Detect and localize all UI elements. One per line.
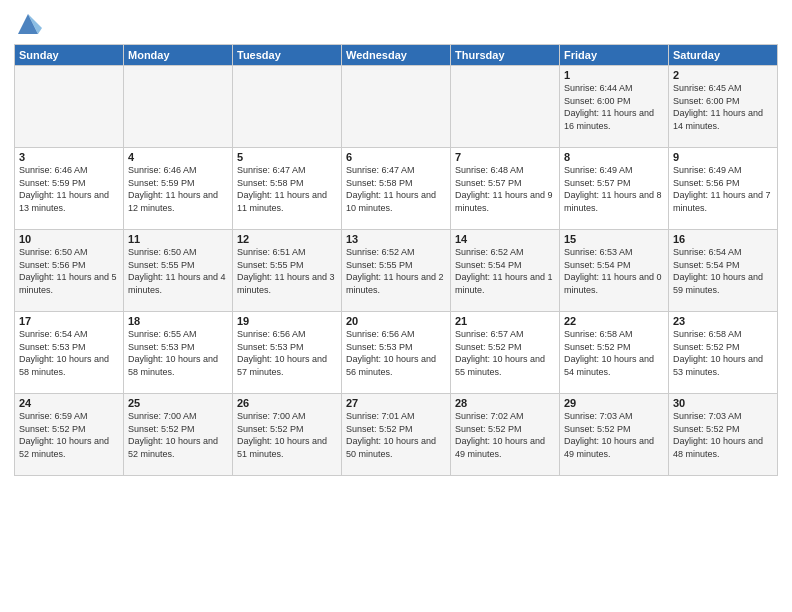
calendar-cell: 22Sunrise: 6:58 AM Sunset: 5:52 PM Dayli… [560, 312, 669, 394]
day-number: 19 [237, 315, 337, 327]
calendar-table: SundayMondayTuesdayWednesdayThursdayFrid… [14, 44, 778, 476]
day-number: 21 [455, 315, 555, 327]
calendar-week-4: 17Sunrise: 6:54 AM Sunset: 5:53 PM Dayli… [15, 312, 778, 394]
logo [14, 10, 46, 38]
day-number: 10 [19, 233, 119, 245]
day-number: 18 [128, 315, 228, 327]
day-info: Sunrise: 6:58 AM Sunset: 5:52 PM Dayligh… [564, 328, 664, 378]
day-info: Sunrise: 6:53 AM Sunset: 5:54 PM Dayligh… [564, 246, 664, 296]
calendar-cell: 12Sunrise: 6:51 AM Sunset: 5:55 PM Dayli… [233, 230, 342, 312]
day-info: Sunrise: 6:49 AM Sunset: 5:56 PM Dayligh… [673, 164, 773, 214]
day-number: 29 [564, 397, 664, 409]
day-number: 11 [128, 233, 228, 245]
day-info: Sunrise: 7:01 AM Sunset: 5:52 PM Dayligh… [346, 410, 446, 460]
day-info: Sunrise: 6:54 AM Sunset: 5:54 PM Dayligh… [673, 246, 773, 296]
day-number: 4 [128, 151, 228, 163]
day-info: Sunrise: 6:52 AM Sunset: 5:54 PM Dayligh… [455, 246, 555, 296]
calendar-cell: 5Sunrise: 6:47 AM Sunset: 5:58 PM Daylig… [233, 148, 342, 230]
day-number: 9 [673, 151, 773, 163]
calendar-cell: 24Sunrise: 6:59 AM Sunset: 5:52 PM Dayli… [15, 394, 124, 476]
calendar-cell: 10Sunrise: 6:50 AM Sunset: 5:56 PM Dayli… [15, 230, 124, 312]
calendar-cell: 7Sunrise: 6:48 AM Sunset: 5:57 PM Daylig… [451, 148, 560, 230]
calendar-cell: 4Sunrise: 6:46 AM Sunset: 5:59 PM Daylig… [124, 148, 233, 230]
calendar-cell: 21Sunrise: 6:57 AM Sunset: 5:52 PM Dayli… [451, 312, 560, 394]
day-info: Sunrise: 6:48 AM Sunset: 5:57 PM Dayligh… [455, 164, 555, 214]
calendar-cell: 30Sunrise: 7:03 AM Sunset: 5:52 PM Dayli… [669, 394, 778, 476]
header [14, 10, 778, 38]
calendar-cell: 8Sunrise: 6:49 AM Sunset: 5:57 PM Daylig… [560, 148, 669, 230]
day-info: Sunrise: 7:02 AM Sunset: 5:52 PM Dayligh… [455, 410, 555, 460]
calendar-cell: 23Sunrise: 6:58 AM Sunset: 5:52 PM Dayli… [669, 312, 778, 394]
calendar-cell: 19Sunrise: 6:56 AM Sunset: 5:53 PM Dayli… [233, 312, 342, 394]
calendar-cell: 2Sunrise: 6:45 AM Sunset: 6:00 PM Daylig… [669, 66, 778, 148]
calendar-week-1: 1Sunrise: 6:44 AM Sunset: 6:00 PM Daylig… [15, 66, 778, 148]
calendar-cell: 3Sunrise: 6:46 AM Sunset: 5:59 PM Daylig… [15, 148, 124, 230]
calendar-cell: 28Sunrise: 7:02 AM Sunset: 5:52 PM Dayli… [451, 394, 560, 476]
calendar-cell [15, 66, 124, 148]
day-info: Sunrise: 6:54 AM Sunset: 5:53 PM Dayligh… [19, 328, 119, 378]
calendar-cell [342, 66, 451, 148]
day-info: Sunrise: 6:49 AM Sunset: 5:57 PM Dayligh… [564, 164, 664, 214]
calendar-cell [451, 66, 560, 148]
day-info: Sunrise: 6:47 AM Sunset: 5:58 PM Dayligh… [346, 164, 446, 214]
day-number: 24 [19, 397, 119, 409]
day-info: Sunrise: 6:45 AM Sunset: 6:00 PM Dayligh… [673, 82, 773, 132]
day-number: 2 [673, 69, 773, 81]
calendar-cell: 11Sunrise: 6:50 AM Sunset: 5:55 PM Dayli… [124, 230, 233, 312]
day-info: Sunrise: 6:57 AM Sunset: 5:52 PM Dayligh… [455, 328, 555, 378]
day-number: 30 [673, 397, 773, 409]
page: SundayMondayTuesdayWednesdayThursdayFrid… [0, 0, 792, 482]
calendar-header-row: SundayMondayTuesdayWednesdayThursdayFrid… [15, 45, 778, 66]
day-info: Sunrise: 6:47 AM Sunset: 5:58 PM Dayligh… [237, 164, 337, 214]
day-header-saturday: Saturday [669, 45, 778, 66]
day-number: 7 [455, 151, 555, 163]
calendar-cell: 25Sunrise: 7:00 AM Sunset: 5:52 PM Dayli… [124, 394, 233, 476]
calendar-cell: 14Sunrise: 6:52 AM Sunset: 5:54 PM Dayli… [451, 230, 560, 312]
day-number: 1 [564, 69, 664, 81]
calendar-cell: 27Sunrise: 7:01 AM Sunset: 5:52 PM Dayli… [342, 394, 451, 476]
day-info: Sunrise: 6:55 AM Sunset: 5:53 PM Dayligh… [128, 328, 228, 378]
logo-icon [14, 10, 42, 38]
calendar-cell [233, 66, 342, 148]
day-number: 17 [19, 315, 119, 327]
day-number: 13 [346, 233, 446, 245]
day-number: 22 [564, 315, 664, 327]
calendar-cell [124, 66, 233, 148]
calendar-cell: 6Sunrise: 6:47 AM Sunset: 5:58 PM Daylig… [342, 148, 451, 230]
calendar-cell: 20Sunrise: 6:56 AM Sunset: 5:53 PM Dayli… [342, 312, 451, 394]
calendar-week-5: 24Sunrise: 6:59 AM Sunset: 5:52 PM Dayli… [15, 394, 778, 476]
calendar-cell: 13Sunrise: 6:52 AM Sunset: 5:55 PM Dayli… [342, 230, 451, 312]
day-info: Sunrise: 6:50 AM Sunset: 5:55 PM Dayligh… [128, 246, 228, 296]
day-number: 23 [673, 315, 773, 327]
day-number: 27 [346, 397, 446, 409]
day-info: Sunrise: 6:56 AM Sunset: 5:53 PM Dayligh… [346, 328, 446, 378]
calendar-cell: 15Sunrise: 6:53 AM Sunset: 5:54 PM Dayli… [560, 230, 669, 312]
calendar-cell: 16Sunrise: 6:54 AM Sunset: 5:54 PM Dayli… [669, 230, 778, 312]
calendar-week-2: 3Sunrise: 6:46 AM Sunset: 5:59 PM Daylig… [15, 148, 778, 230]
day-header-friday: Friday [560, 45, 669, 66]
day-info: Sunrise: 6:58 AM Sunset: 5:52 PM Dayligh… [673, 328, 773, 378]
day-number: 8 [564, 151, 664, 163]
calendar-week-3: 10Sunrise: 6:50 AM Sunset: 5:56 PM Dayli… [15, 230, 778, 312]
day-header-thursday: Thursday [451, 45, 560, 66]
day-header-wednesday: Wednesday [342, 45, 451, 66]
calendar-cell: 1Sunrise: 6:44 AM Sunset: 6:00 PM Daylig… [560, 66, 669, 148]
day-number: 26 [237, 397, 337, 409]
day-info: Sunrise: 6:44 AM Sunset: 6:00 PM Dayligh… [564, 82, 664, 132]
day-header-sunday: Sunday [15, 45, 124, 66]
day-info: Sunrise: 6:46 AM Sunset: 5:59 PM Dayligh… [128, 164, 228, 214]
day-info: Sunrise: 6:52 AM Sunset: 5:55 PM Dayligh… [346, 246, 446, 296]
day-info: Sunrise: 7:03 AM Sunset: 5:52 PM Dayligh… [673, 410, 773, 460]
day-info: Sunrise: 6:59 AM Sunset: 5:52 PM Dayligh… [19, 410, 119, 460]
day-number: 5 [237, 151, 337, 163]
day-header-tuesday: Tuesday [233, 45, 342, 66]
day-number: 28 [455, 397, 555, 409]
day-info: Sunrise: 6:56 AM Sunset: 5:53 PM Dayligh… [237, 328, 337, 378]
day-info: Sunrise: 7:00 AM Sunset: 5:52 PM Dayligh… [128, 410, 228, 460]
day-info: Sunrise: 7:03 AM Sunset: 5:52 PM Dayligh… [564, 410, 664, 460]
calendar-cell: 9Sunrise: 6:49 AM Sunset: 5:56 PM Daylig… [669, 148, 778, 230]
day-number: 6 [346, 151, 446, 163]
day-info: Sunrise: 6:51 AM Sunset: 5:55 PM Dayligh… [237, 246, 337, 296]
day-number: 14 [455, 233, 555, 245]
calendar-cell: 26Sunrise: 7:00 AM Sunset: 5:52 PM Dayli… [233, 394, 342, 476]
